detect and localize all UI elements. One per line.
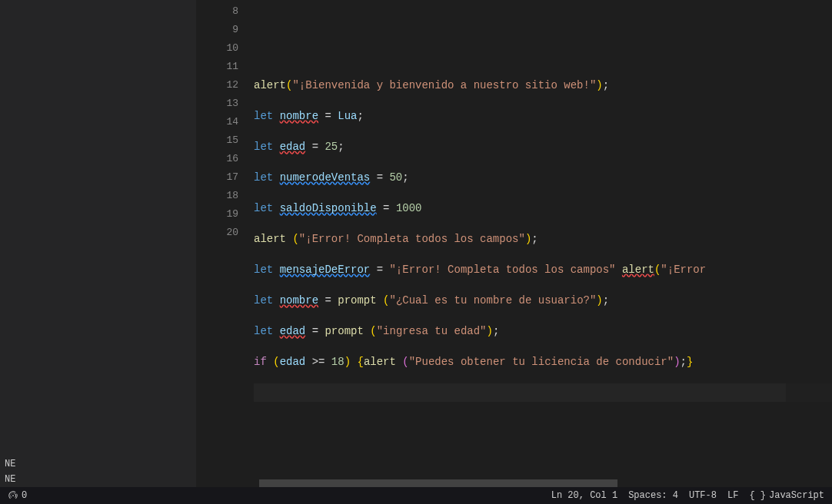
line-number: 14 <box>196 113 254 131</box>
line-number: 8 <box>196 2 254 21</box>
errors-count: 0 <box>22 490 27 501</box>
editor-wrap: 8 9 10 11 12 13 14 15 16 17 18 19 20 ale… <box>196 0 832 487</box>
scrollbar-thumb[interactable] <box>259 479 617 487</box>
line-number: 12 <box>196 76 254 94</box>
code-line[interactable]: let saldoDisponible = 1000 <box>254 199 832 217</box>
horizontal-scrollbar[interactable] <box>196 479 832 487</box>
outline-item[interactable]: NE <box>0 456 196 472</box>
sidebar: NE NE <box>0 0 196 487</box>
code-line[interactable]: let numerodeVentas = 50; <box>254 168 832 187</box>
main-area: NE NE 8 9 10 11 12 13 14 15 16 17 18 19 <box>0 0 832 487</box>
indent-setting[interactable]: Spaces: 4 <box>628 490 678 501</box>
broadcast-icon <box>8 490 18 501</box>
line-gutter: 8 9 10 11 12 13 14 15 16 17 18 19 20 <box>196 0 254 479</box>
code-line[interactable]: let mensajeDeError = "¡Error! Completa t… <box>254 260 832 279</box>
line-number: 10 <box>196 39 254 58</box>
line-number: 18 <box>196 187 254 205</box>
code-line[interactable]: if (edad >= 18) {alert ("Puedes obtener … <box>254 353 832 371</box>
line-number: 20 <box>196 224 254 242</box>
remote-indicator[interactable]: 0 <box>8 490 27 501</box>
code-line[interactable]: alert("¡Bienvenida y bienvenido a nuestr… <box>254 76 832 94</box>
code-line[interactable]: let edad = prompt ("ingresa tu edad"); <box>254 322 832 340</box>
code-line[interactable] <box>254 45 832 64</box>
encoding[interactable]: UTF-8 <box>689 490 717 501</box>
status-bar: 0 Ln 20, Col 1 Spaces: 4 UTF-8 LF { } Ja… <box>0 487 832 504</box>
line-number: 17 <box>196 168 254 187</box>
line-number: 15 <box>196 131 254 150</box>
code-line[interactable]: alert ("¡Error! Completa todos los campo… <box>254 230 832 248</box>
code-line[interactable] <box>254 15 832 33</box>
line-number: 19 <box>196 205 254 224</box>
braces-icon: { } <box>749 490 766 501</box>
code-line[interactable]: let edad = 25; <box>254 138 832 156</box>
line-number: 9 <box>196 21 254 39</box>
line-number: 16 <box>196 150 254 168</box>
line-number: 11 <box>196 58 254 76</box>
code-line[interactable] <box>254 383 832 402</box>
cursor-position[interactable]: Ln 20, Col 1 <box>551 490 617 501</box>
eol-setting[interactable]: LF <box>727 490 738 501</box>
language-mode[interactable]: { } JavaScript <box>749 490 824 501</box>
minimap[interactable] <box>786 0 832 479</box>
code-line[interactable]: let nombre = Lua; <box>254 107 832 125</box>
code-line[interactable]: let nombre = prompt ("¿Cual es tu nombre… <box>254 291 832 310</box>
code-editor[interactable]: 8 9 10 11 12 13 14 15 16 17 18 19 20 ale… <box>196 0 832 479</box>
outline-item[interactable]: NE <box>0 472 196 487</box>
line-number: 13 <box>196 94 254 113</box>
code-content[interactable]: alert("¡Bienvenida y bienvenido a nuestr… <box>254 0 832 479</box>
app-root: NE NE 8 9 10 11 12 13 14 15 16 17 18 19 <box>0 0 832 504</box>
